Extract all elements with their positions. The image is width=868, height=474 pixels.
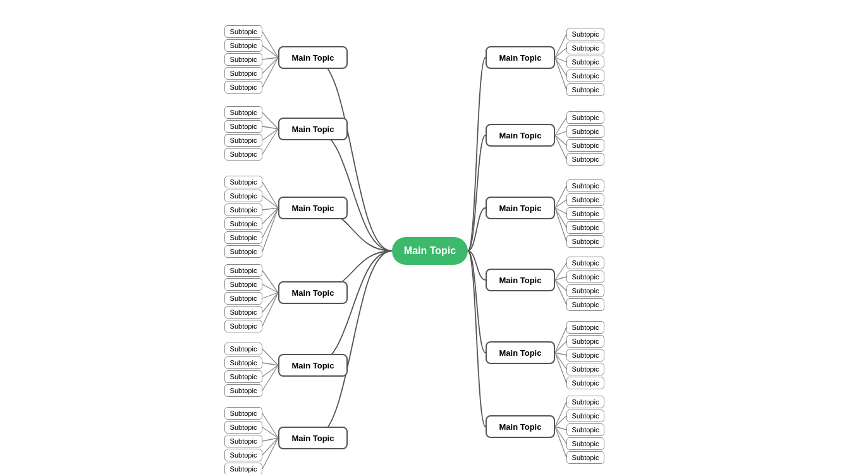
right-subtopic-4-1[interactable]: Subtopic — [566, 335, 604, 348]
right-subtopic-1-0[interactable]: Subtopic — [566, 111, 604, 124]
right-main-topic-3[interactable]: Main Topic — [486, 269, 555, 291]
right-subtopic-5-4[interactable]: Subtopic — [566, 451, 604, 464]
svg-line-45 — [555, 280, 566, 291]
left-subtopic-1-1[interactable]: Subtopic — [224, 120, 262, 133]
left-main-topic-2[interactable]: Main Topic — [278, 197, 348, 219]
left-subtopic-0-0[interactable]: Subtopic — [224, 25, 262, 38]
svg-line-26 — [262, 438, 278, 441]
svg-line-43 — [555, 263, 566, 280]
svg-line-0 — [262, 32, 278, 58]
right-subtopic-3-3[interactable]: Subtopic — [566, 298, 604, 311]
left-subtopic-5-3[interactable]: Subtopic — [224, 449, 262, 461]
right-subtopic-1-2[interactable]: Subtopic — [566, 139, 604, 152]
svg-line-5 — [262, 112, 278, 129]
left-subtopic-3-2[interactable]: Subtopic — [224, 292, 262, 305]
svg-line-11 — [262, 208, 278, 210]
left-subtopic-3-1[interactable]: Subtopic — [224, 278, 262, 291]
left-subtopic-3-4[interactable]: Subtopic — [224, 320, 262, 332]
right-main-topic-2[interactable]: Main Topic — [486, 197, 555, 219]
right-subtopic-4-0[interactable]: Subtopic — [566, 321, 604, 334]
svg-line-55 — [555, 427, 566, 444]
right-subtopic-4-4[interactable]: Subtopic — [566, 377, 604, 389]
left-subtopic-2-0[interactable]: Subtopic — [224, 176, 262, 188]
left-subtopic-4-2[interactable]: Subtopic — [224, 370, 262, 383]
left-subtopic-1-3[interactable]: Subtopic — [224, 148, 262, 161]
svg-line-31 — [555, 58, 566, 62]
left-main-topic-4[interactable]: Main Topic — [278, 354, 348, 377]
right-main-topic-5[interactable]: Main Topic — [486, 415, 555, 438]
left-subtopic-1-0[interactable]: Subtopic — [224, 106, 262, 119]
svg-line-10 — [262, 196, 278, 208]
right-subtopic-0-4[interactable]: Subtopic — [566, 83, 604, 96]
svg-line-50 — [555, 353, 566, 369]
right-subtopic-4-2[interactable]: Subtopic — [566, 349, 604, 362]
right-subtopic-5-2[interactable]: Subtopic — [566, 423, 604, 436]
left-subtopic-3-0[interactable]: Subtopic — [224, 264, 262, 277]
right-subtopic-5-1[interactable]: Subtopic — [566, 410, 604, 422]
right-subtopic-3-0[interactable]: Subtopic — [566, 257, 604, 269]
left-main-topic-3[interactable]: Main Topic — [278, 281, 348, 304]
right-subtopic-3-2[interactable]: Subtopic — [566, 284, 604, 297]
right-subtopic-4-3[interactable]: Subtopic — [566, 363, 604, 375]
right-subtopic-2-2[interactable]: Subtopic — [566, 207, 604, 220]
left-subtopic-2-5[interactable]: Subtopic — [224, 245, 262, 258]
svg-line-20 — [262, 349, 278, 365]
right-subtopic-2-1[interactable]: Subtopic — [566, 193, 604, 206]
left-subtopic-4-3[interactable]: Subtopic — [224, 384, 262, 397]
right-subtopic-0-0[interactable]: Subtopic — [566, 28, 604, 40]
svg-line-30 — [555, 48, 566, 58]
left-subtopic-4-0[interactable]: Subtopic — [224, 343, 262, 355]
left-subtopic-2-2[interactable]: Subtopic — [224, 204, 262, 216]
right-subtopic-2-3[interactable]: Subtopic — [566, 221, 604, 234]
left-main-topic-5[interactable]: Main Topic — [278, 427, 348, 449]
left-subtopic-2-1[interactable]: Subtopic — [224, 190, 262, 202]
svg-line-49 — [555, 353, 566, 355]
svg-line-44 — [555, 277, 566, 280]
left-subtopic-0-1[interactable]: Subtopic — [224, 39, 262, 52]
right-main-topic-1[interactable]: Main Topic — [486, 124, 555, 147]
svg-line-37 — [555, 135, 566, 159]
left-subtopic-5-4[interactable]: Subtopic — [224, 463, 262, 474]
svg-line-33 — [555, 58, 566, 90]
left-main-topic-1[interactable]: Main Topic — [278, 118, 348, 140]
left-subtopic-5-2[interactable]: Subtopic — [224, 435, 262, 447]
right-subtopic-2-0[interactable]: Subtopic — [566, 179, 604, 192]
svg-line-38 — [555, 186, 566, 208]
svg-line-1 — [262, 46, 278, 58]
svg-line-21 — [262, 363, 278, 365]
svg-line-22 — [262, 365, 278, 377]
right-subtopic-5-3[interactable]: Subtopic — [566, 437, 604, 450]
svg-line-14 — [262, 208, 278, 252]
right-main-topic-4[interactable]: Main Topic — [486, 341, 555, 364]
left-subtopic-0-2[interactable]: Subtopic — [224, 53, 262, 66]
left-subtopic-1-2[interactable]: Subtopic — [224, 134, 262, 147]
svg-line-25 — [262, 427, 278, 438]
svg-line-47 — [555, 327, 566, 353]
mindmap-container: Main TopicMain TopicSubtopicSubtopicSubt… — [0, 0, 868, 474]
right-subtopic-2-4[interactable]: Subtopic — [566, 235, 604, 248]
right-subtopic-0-2[interactable]: Subtopic — [566, 56, 604, 68]
svg-line-16 — [262, 284, 278, 293]
left-subtopic-2-4[interactable]: Subtopic — [224, 231, 262, 244]
right-subtopic-0-1[interactable]: Subtopic — [566, 42, 604, 54]
svg-line-23 — [262, 365, 278, 391]
left-subtopic-2-3[interactable]: Subtopic — [224, 217, 262, 230]
right-main-topic-0[interactable]: Main Topic — [486, 46, 555, 69]
right-subtopic-1-1[interactable]: Subtopic — [566, 125, 604, 138]
left-subtopic-3-3[interactable]: Subtopic — [224, 306, 262, 319]
left-subtopic-4-1[interactable]: Subtopic — [224, 356, 262, 369]
left-subtopic-0-3[interactable]: Subtopic — [224, 67, 262, 80]
svg-line-29 — [555, 34, 566, 58]
left-subtopic-5-1[interactable]: Subtopic — [224, 421, 262, 434]
right-subtopic-0-3[interactable]: Subtopic — [566, 70, 604, 82]
svg-line-54 — [555, 427, 566, 430]
svg-line-48 — [555, 341, 566, 353]
right-subtopic-5-0[interactable]: Subtopic — [566, 396, 604, 408]
right-subtopic-3-1[interactable]: Subtopic — [566, 270, 604, 283]
center-main-topic[interactable]: Main Topic — [392, 237, 468, 265]
left-subtopic-5-0[interactable]: Subtopic — [224, 407, 262, 420]
svg-line-3 — [262, 58, 278, 73]
right-subtopic-1-3[interactable]: Subtopic — [566, 153, 604, 166]
left-main-topic-0[interactable]: Main Topic — [278, 46, 348, 69]
left-subtopic-0-4[interactable]: Subtopic — [224, 81, 262, 94]
